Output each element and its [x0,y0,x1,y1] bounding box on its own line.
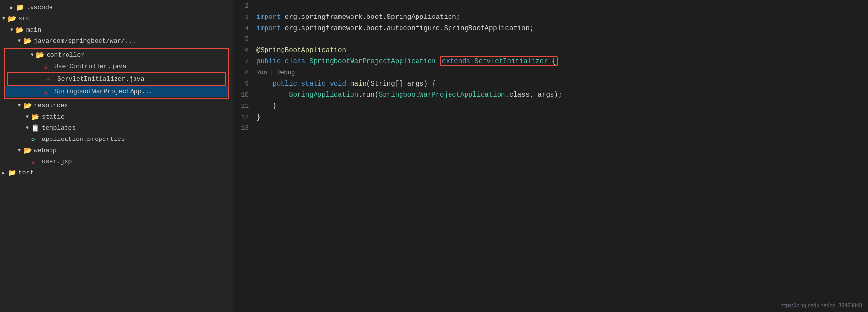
line-content-10: SpringApplication.run(SpringbootWarProje… [256,89,868,100]
folder-icon-java: 📂 [23,37,32,45]
line-num-12: 12 [233,112,256,123]
gear-icon-appproperties: ⚙ [31,135,40,143]
arrow-main: ▼ [8,27,16,33]
label-static: static [42,113,233,121]
tree-item-springbootapp[interactable]: ☕ SpringbootWarProjectApp... [5,86,228,97]
tree-item-appproperties[interactable]: ⚙ application.properties [0,134,233,145]
jsp-icon-userjsp: ☕ [31,157,40,166]
arrow-src: ▼ [0,16,8,21]
tree-item-vscode[interactable]: ▶ 📁 .vscode [0,2,233,13]
code-line-9: 9 public static void main(String[] args)… [233,78,868,89]
folder-icon-vscode: 📁 [16,3,24,12]
line-content-7: public class SpringbootWarProjectApplica… [256,56,868,67]
code-editor: 2 3 import org.springframework.boot.Spri… [233,0,868,312]
label-springbootapp: SpringbootWarProjectApp... [54,88,228,95]
folder-icon-templates: 📋 [31,124,40,132]
folder-icon-webapp: 📂 [23,146,32,155]
file-explorer: ▶ 📁 .vscode ▼ 📂 src ▼ 📂 main ▼ 📂 java/co… [0,0,233,312]
label-java: java/com/springboot/war/... [34,37,233,45]
line-num-7: 7 [233,56,256,67]
java-icon-springbootapp: ☕ [44,87,52,96]
label-controller: controller [47,52,228,59]
arrow-java: ▼ [16,38,23,44]
label-appproperties: application.properties [42,136,233,143]
line-num-8: 8 [233,68,256,78]
label-test: test [18,169,233,176]
label-src: src [18,15,233,22]
line-num-5: 5 [233,34,256,45]
code-line-7: 7 public class SpringbootWarProjectAppli… [233,56,868,67]
code-line-8: 8 Run | Debug [233,67,868,78]
line-num-10: 10 [233,90,256,101]
watermark-text: https://blog.csdn.net/qq_39493848 [780,302,862,308]
line-content-8: Run | Debug [256,67,868,78]
tree-item-resources[interactable]: ▼ 📂 resources [0,100,233,111]
code-line-12: 12 } [233,112,868,123]
code-line-3: 3 import org.springframework.boot.Spring… [233,12,868,23]
servlet-initializer-box: ☕ ServletInitializer.java [7,72,226,86]
code-line-5: 5 [233,34,868,45]
folder-icon-static: 📂 [31,113,40,121]
folder-icon-resources: 📂 [23,102,32,110]
line-num-9: 9 [233,79,256,89]
tree-item-controller[interactable]: ▼ 📂 controller [5,50,228,61]
folder-icon-src: 📂 [8,15,17,23]
line-content-4: import org.springframework.boot.autoconf… [256,23,868,34]
label-resources: resources [34,102,233,109]
label-usercontroller: UserController.java [54,63,228,70]
tree-item-src[interactable]: ▼ 📂 src [0,13,233,24]
arrow-resources: ▼ [16,103,23,108]
tree-item-userjsp[interactable]: ☕ user.jsp [0,156,233,167]
code-line-10: 10 SpringApplication.run(SpringbootWarPr… [233,89,868,101]
line-num-13: 13 [233,123,256,134]
label-vscode: .vscode [26,4,233,11]
label-main: main [26,26,233,34]
code-line-11: 11 } [233,101,868,112]
tree-item-usercontroller[interactable]: ☕ UserController.java [5,61,228,72]
tree-item-static[interactable]: ▼ 📂 static [0,111,233,122]
code-line-6: 6 @SpringBootApplication [233,45,868,56]
line-num-11: 11 [233,101,256,112]
line-content-6: @SpringBootApplication [256,45,868,55]
arrow-controller: ▼ [28,52,36,58]
arrow-webapp: ▼ [16,148,23,153]
folder-icon-controller: 📂 [36,51,45,59]
line-num-2: 2 [233,1,256,12]
arrow-templates: ▼ [23,125,31,131]
code-line-2: 2 [233,1,868,12]
code-line-13: 13 [233,123,868,134]
label-templates: templates [42,124,233,132]
tree-item-webapp[interactable]: ▼ 📂 webapp [0,145,233,156]
arrow-test: ▶ [0,170,8,176]
line-num-3: 3 [233,12,256,23]
label-webapp: webapp [34,147,233,154]
code-line-4: 4 import org.springframework.boot.autoco… [233,23,868,34]
java-icon-servletinitializer: ☕ [47,75,55,83]
folder-icon-main: 📂 [16,26,24,34]
folder-icon-test: 📁 [8,169,17,177]
java-icon-usercontroller: ☕ [44,62,52,70]
label-userjsp: user.jsp [42,158,233,165]
code-content-area: 2 3 import org.springframework.boot.Spri… [233,0,868,134]
line-content-11: } [256,101,868,111]
tree-item-java[interactable]: ▼ 📂 java/com/springboot/war/... [0,35,233,47]
controller-section: ▼ 📂 controller ☕ UserController.java ☕ S [4,48,229,99]
line-content-12: } [256,112,868,122]
tree-item-servletinitializer[interactable]: ☕ ServletInitializer.java [8,73,225,85]
arrow-static: ▼ [23,114,31,120]
line-num-4: 4 [233,23,256,34]
arrow-vscode: ▶ [8,5,16,11]
tree-item-test[interactable]: ▶ 📁 test [0,167,233,178]
tree-item-main[interactable]: ▼ 📂 main [0,24,233,35]
tree-item-templates[interactable]: ▼ 📋 templates [0,122,233,134]
label-servletinitializer: ServletInitializer.java [57,75,225,83]
line-content-3: import org.springframework.boot.SpringAp… [256,12,868,22]
line-num-6: 6 [233,45,256,56]
line-content-9: public static void main(String[] args) { [256,78,868,89]
